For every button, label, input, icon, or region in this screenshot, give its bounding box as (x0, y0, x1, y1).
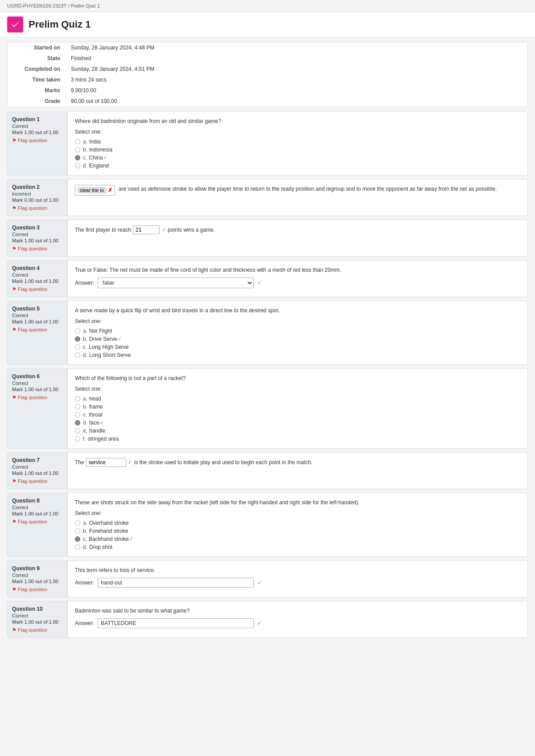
radio-circle (75, 536, 80, 542)
question-text-8: These are shots struck on the side away … (75, 499, 520, 507)
question-sidebar-10: Question 10 Correct Mark 1.00 out of 1.0… (8, 601, 68, 637)
radio-circle (75, 420, 80, 425)
state-label: State (8, 53, 66, 64)
option-text: Drop shot (89, 544, 112, 550)
flag-question-10[interactable]: ⚑ Flag question (12, 627, 63, 633)
radio-circle (75, 436, 80, 441)
radio-circle (75, 147, 80, 152)
question-sidebar-7: Question 7 Correct Mark 1.00 out of 1.00… (8, 453, 68, 489)
question-number-7: Question 7 (12, 457, 63, 463)
select-one-label-6: Select one: (75, 386, 520, 392)
option-text: Net Flight (89, 328, 112, 334)
question-sidebar-2: Question 2 Incorrect Mark 0.00 out of 1.… (8, 180, 68, 216)
option-8-a: a. Overhand stroke (75, 519, 520, 527)
question-block-10: Question 10 Correct Mark 1.00 out of 1.0… (7, 601, 528, 638)
option-letter: e. (83, 428, 87, 434)
breadcrumb-course: UGRD-PHYED6103-2323T (7, 3, 66, 8)
question-text-5: A serve made by a quick flip of wrist an… (75, 306, 520, 315)
radio-circle (75, 428, 80, 433)
flag-question-7[interactable]: ⚑ Flag question (12, 478, 63, 484)
question-status-2: Incorrect (12, 191, 63, 196)
flag-question-2[interactable]: ⚑ Flag question (12, 205, 63, 211)
marks-label: Marks (8, 85, 66, 96)
flag-question-6[interactable]: ⚑ Flag question (12, 395, 63, 400)
question-body-3: The first player to reach ✓ points wins … (68, 220, 527, 256)
grade-value: 90.00 out of 100.00 (66, 96, 527, 106)
option-8-b: b. Forehand stroke (75, 527, 520, 535)
question-block-5: Question 5 Correct Mark 1.00 out of 1.00… (7, 301, 528, 365)
answer-dropdown-4[interactable]: false (98, 278, 254, 288)
flag-question-8[interactable]: ⚑ Flag question (12, 519, 63, 525)
option-text: Indonesia (89, 147, 112, 153)
answer-label: Answer: (75, 620, 94, 626)
question-sidebar-4: Question 4 Correct Mark 1.00 out of 1.00… (8, 261, 68, 297)
option-letter: d. (83, 163, 87, 169)
question-number-10: Question 10 (12, 606, 63, 612)
option-letter: a. (83, 520, 87, 526)
option-letter: a. (83, 396, 87, 402)
option-text: Overhand stroke (89, 520, 129, 526)
flag-question-5[interactable]: ⚑ Flag question (12, 327, 63, 333)
question-block-7: Question 7 Correct Mark 1.00 out of 1.00… (7, 452, 528, 489)
radio-circle (75, 344, 80, 350)
q2-text-suffix: are used as defensive stroke to allow th… (119, 185, 497, 193)
question-sidebar-1: Question 1 Correct Mark 1.00 out of 1.00… (8, 112, 68, 175)
time-taken-value: 3 mins 24 secs (66, 74, 527, 85)
question-mark-4: Mark 1.00 out of 1.00 (12, 278, 63, 284)
clear-button[interactable]: clear the lo (78, 187, 106, 193)
flag-question-3[interactable]: ⚑ Flag question (12, 246, 63, 252)
question-mark-7: Mark 1.00 out of 1.00 (12, 470, 63, 476)
option-6-b: b. frame (75, 403, 520, 411)
option-text: head (89, 396, 101, 402)
checkmark: ✓ (257, 280, 262, 286)
question-sidebar-9: Question 9 Correct Mark 1.00 out of 1.00… (8, 561, 68, 597)
question-sidebar-3: Question 3 Correct Mark 1.00 out of 1.00… (8, 220, 68, 256)
question-mark-3: Mark 1.00 out of 1.00 (12, 238, 63, 243)
question-block-6: Question 6 Correct Mark 1.00 out of 1.00… (7, 368, 528, 449)
option-5-c: c. Long High Serve (75, 343, 520, 351)
options-list-8: a. Overhand stroke b. Forehand stroke c.… (75, 519, 520, 551)
flag-question-9[interactable]: ⚑ Flag question (12, 587, 63, 593)
option-letter: b. (83, 147, 87, 153)
info-table: Started on Sunday, 28 January 2024, 4:48… (7, 42, 528, 107)
checkmark: ✓ (257, 580, 262, 586)
flag-question-4[interactable]: ⚑ Flag question (12, 286, 63, 292)
short-answer-input-10[interactable] (98, 618, 254, 628)
option-letter: c. (83, 536, 87, 542)
short-answer-input-9[interactable] (98, 578, 254, 588)
question-number-4: Question 4 (12, 265, 63, 271)
option-text: Drive Serve (89, 336, 117, 342)
option-text: China (89, 155, 103, 161)
question-number-9: Question 9 (12, 565, 63, 572)
text-before: The first player to reach (75, 226, 131, 234)
marks-value: 9.00/10.00 (66, 85, 527, 96)
option-6-c: c. throat (75, 411, 520, 419)
question-mark-5: Mark 1.00 out of 1.00 (12, 319, 63, 324)
option-text: stringed area (88, 436, 119, 442)
option-8-c: c. Backhand stroke ✓ (75, 535, 520, 543)
option-text: Backhand stroke (89, 536, 128, 542)
option-letter: b. (83, 528, 87, 534)
option-text: handle (89, 428, 105, 434)
fill-blank-input-3[interactable] (133, 225, 160, 234)
answer-row-4: Answer: false ✓ (75, 278, 520, 288)
option-1-c: c. China ✓ (75, 154, 520, 162)
completed-on-value: Sunday, 28 January 2024, 4:51 PM (66, 64, 527, 74)
radio-circle (75, 352, 80, 358)
question-body-7: The ✓ is the stroke used to initiate pla… (68, 453, 527, 489)
question-text-1: Where did badminton originate from an ol… (75, 117, 520, 125)
option-letter: b. (83, 336, 87, 342)
question-status-10: Correct (12, 613, 63, 618)
flag-question-1[interactable]: ⚑ Flag question (12, 138, 63, 143)
question-text-9: This term refers to loss of service. (75, 566, 520, 574)
option-letter: d. (83, 352, 87, 358)
question-text-10: Badminton was said to be similar to what… (75, 607, 520, 615)
fill-blank-input-7[interactable] (86, 458, 126, 467)
options-list-5: a. Net Flight b. Drive Serve ✓ c. Long H… (75, 327, 520, 359)
option-5-b: b. Drive Serve ✓ (75, 335, 520, 343)
breadcrumb-page: Prelim Quiz 1 (70, 3, 100, 8)
question-block-9: Question 9 Correct Mark 1.00 out of 1.00… (7, 560, 528, 597)
radio-circle (75, 155, 80, 160)
question-block-4: Question 4 Correct Mark 1.00 out of 1.00… (7, 260, 528, 297)
options-list-1: a. India b. Indonesia c. China ✓ d. Engl… (75, 138, 520, 170)
